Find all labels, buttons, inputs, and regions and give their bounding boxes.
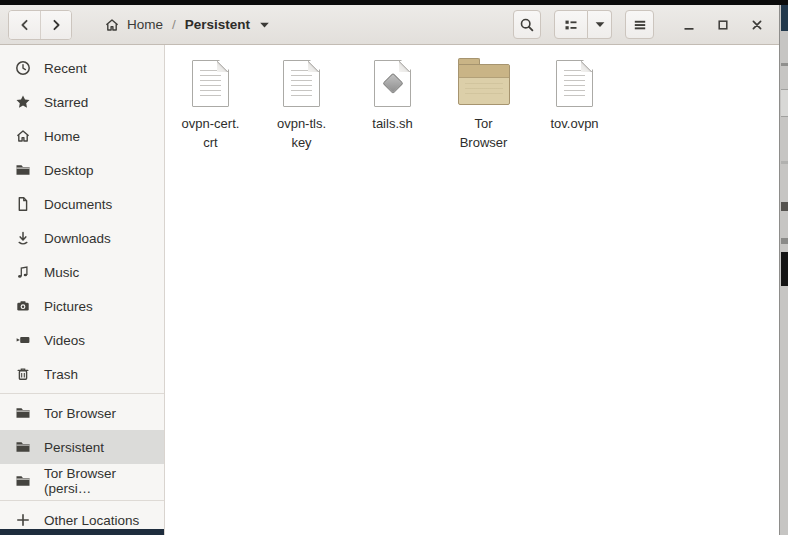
- sidebar-item-label: Recent: [44, 61, 87, 76]
- forward-button[interactable]: [40, 11, 71, 39]
- background-edge-mark: [781, 252, 788, 286]
- plus-icon: [15, 512, 31, 528]
- sidebar-item-label: Persistent: [44, 440, 104, 455]
- desktop-top-edge: [0, 0, 788, 5]
- sidebar-item-tor-browser-persistent[interactable]: Tor Browser (persi…: [0, 464, 164, 498]
- breadcrumb: Home / Persistent: [98, 13, 276, 37]
- music-notes-icon: [15, 264, 31, 280]
- sidebar-item-label: Desktop: [44, 163, 94, 178]
- breadcrumb-home[interactable]: Home: [98, 13, 169, 37]
- folder-icon: [458, 64, 510, 105]
- minimize-icon: [681, 17, 697, 33]
- sidebar-item-music[interactable]: Music: [0, 255, 164, 289]
- file-name: ovpn-tls. key: [277, 114, 326, 152]
- sidebar-separator: [0, 500, 164, 501]
- folder-icon: [15, 405, 31, 421]
- clock-icon: [15, 60, 31, 76]
- file-ovpn-tls-key[interactable]: ovpn-tls. key: [256, 57, 347, 152]
- breadcrumb-separator: /: [172, 17, 176, 32]
- search-icon: [519, 17, 535, 33]
- background-window-edge: [779, 5, 788, 535]
- desktop-bottom-edge: [0, 529, 164, 535]
- sidebar-item-label: Home: [44, 129, 80, 144]
- sidebar-item-tor-browser[interactable]: Tor Browser: [0, 396, 164, 430]
- caret-down-icon: [259, 21, 270, 29]
- sidebar-item-label: Downloads: [44, 231, 111, 246]
- hamburger-icon: [632, 17, 648, 33]
- sidebar-item-label: Music: [44, 265, 79, 280]
- background-edge-mark: [781, 161, 788, 164]
- minimize-button[interactable]: [676, 12, 701, 37]
- sidebar-item-trash[interactable]: Trash: [0, 357, 164, 391]
- view-controls: [554, 10, 612, 39]
- background-edge-navy: [781, 5, 788, 31]
- sidebar-bookmarks: Tor Browser Persistent Tor Browser (pers…: [0, 396, 164, 498]
- home-icon: [15, 128, 31, 144]
- close-icon: [749, 17, 765, 33]
- folder-tor-browser[interactable]: Tor Browser: [438, 57, 529, 152]
- file-ovpn-cert-crt[interactable]: ovpn-cert. crt: [165, 57, 256, 152]
- sidebar-places: Recent Starred Home Desktop: [0, 51, 164, 391]
- background-edge-mark: [781, 89, 788, 117]
- file-manager-screen: Home / Persistent: [0, 0, 788, 535]
- folder-name: Tor Browser: [460, 114, 508, 152]
- sidebar-item-label: Trash: [44, 367, 78, 382]
- folder-icon: [15, 473, 31, 489]
- shell-script-file-icon: [374, 60, 411, 107]
- sidebar-item-label: Other Locations: [44, 513, 139, 528]
- history-nav: [8, 10, 72, 40]
- maximize-button[interactable]: [710, 12, 735, 37]
- back-button[interactable]: [9, 11, 40, 39]
- file-tails-sh[interactable]: tails.sh: [347, 57, 438, 152]
- sidebar-item-home[interactable]: Home: [0, 119, 164, 153]
- home-icon: [104, 17, 120, 33]
- app-menu-button[interactable]: [625, 10, 654, 39]
- close-button[interactable]: [744, 12, 769, 37]
- file-grid: ovpn-cert. crt ovpn-tls. key: [165, 45, 779, 152]
- video-camera-icon: [15, 332, 31, 348]
- camera-icon: [15, 298, 31, 314]
- trash-can-icon: [15, 366, 31, 382]
- sidebar-item-recent[interactable]: Recent: [0, 51, 164, 85]
- breadcrumb-current-location[interactable]: Persistent: [179, 13, 276, 36]
- folder-icon: [15, 162, 31, 178]
- sidebar-item-documents[interactable]: Documents: [0, 187, 164, 221]
- sidebar-item-videos[interactable]: Videos: [0, 323, 164, 357]
- headerbar: Home / Persistent: [0, 5, 779, 45]
- text-file-icon: [192, 60, 229, 107]
- sidebar-item-label: Tor Browser: [44, 406, 116, 421]
- sidebar-item-starred[interactable]: Starred: [0, 85, 164, 119]
- sidebar-item-desktop[interactable]: Desktop: [0, 153, 164, 187]
- file-view: ovpn-cert. crt ovpn-tls. key: [165, 45, 779, 535]
- text-file-icon: [556, 60, 593, 107]
- sidebar-item-persistent[interactable]: Persistent: [0, 430, 164, 464]
- window-body: Recent Starred Home Desktop: [0, 45, 779, 535]
- sidebar-item-downloads[interactable]: Downloads: [0, 221, 164, 255]
- breadcrumb-current-label: Persistent: [185, 17, 250, 32]
- sidebar-item-pictures[interactable]: Pictures: [0, 289, 164, 323]
- breadcrumb-home-label: Home: [127, 17, 163, 32]
- sidebar-item-label: Documents: [44, 197, 112, 212]
- background-edge-mark: [781, 238, 788, 244]
- file-name: tails.sh: [372, 114, 412, 133]
- sidebar-item-label: Tor Browser (persi…: [44, 466, 164, 496]
- search-button[interactable]: [513, 10, 541, 39]
- maximize-icon: [715, 17, 731, 33]
- document-icon: [15, 196, 31, 212]
- sidebar-item-label: Videos: [44, 333, 85, 348]
- chevron-right-icon: [48, 17, 64, 33]
- caret-down-icon: [594, 20, 606, 29]
- chevron-left-icon: [17, 17, 33, 33]
- view-toggle-button[interactable]: [554, 10, 588, 39]
- list-view-icon: [563, 17, 579, 33]
- sidebar: Recent Starred Home Desktop: [0, 45, 165, 535]
- file-name: tov.ovpn: [550, 114, 598, 133]
- sidebar-separator: [0, 393, 164, 394]
- file-manager-window: Home / Persistent: [0, 5, 779, 535]
- download-arrow-icon: [15, 230, 31, 246]
- file-name: ovpn-cert. crt: [182, 114, 240, 152]
- star-icon: [15, 94, 31, 110]
- file-tov-ovpn[interactable]: tov.ovpn: [529, 57, 620, 152]
- text-file-icon: [283, 60, 320, 107]
- view-options-dropdown-button[interactable]: [588, 10, 612, 39]
